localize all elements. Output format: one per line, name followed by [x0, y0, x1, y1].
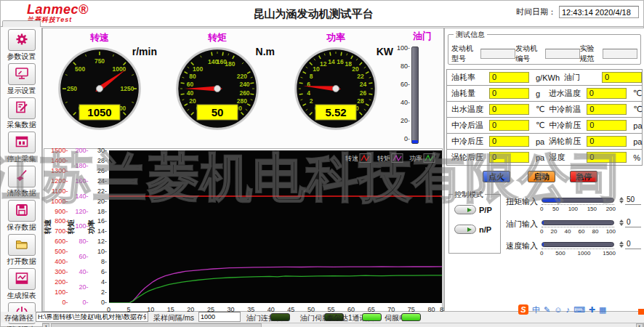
slider-tick: 500 [555, 250, 565, 257]
sidebar-button-report[interactable] [8, 268, 36, 290]
svg-text:80: 80 [189, 73, 196, 80]
test-info-field-2: 发动机编号 [515, 44, 579, 64]
table-row: 中冷后压0pa涡轮前压0pa [447, 134, 642, 150]
throttle-tick-label: 60 [388, 81, 410, 88]
svg-text:5.52: 5.52 [325, 106, 346, 118]
sogou-logo-icon[interactable]: S [518, 304, 528, 315]
throttle-title: 油门 [413, 30, 440, 43]
sidebar-item-4: 停止采集 [1, 132, 42, 164]
sidebar-button-monitor[interactable] [8, 63, 36, 85]
ignite-button[interactable]: 点火 [483, 171, 510, 182]
keyboard-icon[interactable]: ⌨ [573, 304, 585, 315]
start-button[interactable]: 启动 [528, 171, 555, 182]
slider-label: 速度输入 [503, 241, 538, 251]
gauge-title: 功率 [281, 31, 390, 44]
datetime-label: 时间日期： [516, 7, 556, 17]
estop-button[interactable]: 急停 [570, 171, 597, 182]
measurement-cell: 中冷前温0℃ [544, 104, 642, 115]
mic-icon[interactable]: ♪ [565, 304, 570, 315]
svg-text:4: 4 [307, 89, 310, 97]
spinner-down-icon[interactable] [619, 201, 624, 203]
measurement-cell: 涡轮后压0pa [447, 152, 544, 163]
measurement-value: 0 [489, 120, 529, 131]
mode-toggle-n-p[interactable]: n/P [454, 225, 500, 234]
gauge-panel: 转速r/min02505007501000125015001050转矩N.m02… [43, 28, 443, 148]
throttle-gauge: 油门 100806040200 [388, 28, 440, 148]
y-tick-label: 700 [51, 228, 68, 235]
test-info-title: 测试信息 [454, 30, 487, 40]
field-input[interactable] [545, 49, 580, 59]
y-tick-label: 10 [95, 249, 107, 255]
measurement-cell: 油门0% [560, 72, 644, 83]
slider-value[interactable]: 0 [625, 218, 641, 227]
sidebar-button-folder[interactable] [8, 234, 36, 256]
sidebar-button-save[interactable] [8, 200, 36, 222]
slider-track[interactable] [542, 198, 614, 203]
toggle-pill [454, 205, 476, 214]
sidebar: 参数设置显示设置采集数据停止采集清除数据保存数据打开数据生成报表测试退出 [1, 28, 42, 312]
axis-title-text: 功率 [86, 219, 97, 234]
slider-spinner: 0 [619, 218, 641, 227]
slider-fill [542, 198, 560, 202]
y-tick-label: 30 [95, 148, 107, 154]
svg-text:22: 22 [357, 73, 364, 80]
sidebar-button-edit-doc[interactable] [8, 97, 36, 119]
measurement-table: 油耗率0g/KWh油门0%油耗量0g进水温度0℃出水温度0℃中冷前温0℃中冷后温… [446, 69, 643, 166]
spinner-arrows [619, 219, 624, 226]
spinner-down-icon[interactable] [619, 245, 624, 248]
slider-tick-labels: 050100150200 [540, 206, 616, 212]
slider-value[interactable]: 50 [625, 195, 641, 205]
y-tick-label: 6 [95, 269, 107, 275]
sidebar-item-label: 显示设置 [1, 86, 42, 96]
chinese-mode-icon[interactable]: 中 [532, 304, 540, 315]
y-tick-label: 100 [51, 289, 68, 296]
spinner-up-icon[interactable] [619, 241, 624, 244]
svg-text:18: 18 [345, 60, 353, 68]
test-info-field-1: 发动机型号 [451, 44, 515, 64]
sidebar-button-broom[interactable] [8, 166, 36, 187]
y-tick-label: 180 [75, 163, 89, 169]
measurement-label: 中冷后温 [451, 120, 489, 131]
measurement-label: 油门 [564, 72, 602, 83]
gauge-speed: 转速r/min02505007501000125015001050 [45, 28, 154, 148]
spinner-up-icon[interactable] [619, 197, 624, 200]
y-tick-label: 160 [75, 178, 89, 185]
gear-icon [15, 32, 29, 49]
measurement-value: 0 [489, 88, 529, 99]
sidebar-item-8: 生成报表 [1, 268, 42, 301]
slider-track[interactable] [542, 220, 614, 225]
sidebar-item-1: 参数设置 [1, 29, 42, 62]
spinner-down-icon[interactable] [619, 223, 624, 226]
y-axis-ticks-3: 302826242220181614121086420 [95, 148, 107, 306]
scroll-left-arrow[interactable]: ◂ [42, 323, 49, 327]
path-input[interactable] [36, 312, 148, 322]
page-title: 昆山为涵发动机测试平台 [146, 7, 480, 21]
slider-tick: 100 [606, 228, 616, 235]
scroll-thumb[interactable] [51, 323, 262, 327]
field-input[interactable] [603, 49, 637, 59]
slider-value[interactable]: 0 [625, 240, 641, 249]
emoji-icon[interactable]: ☺ [554, 304, 562, 315]
tools-icon[interactable]: ✚ [589, 304, 595, 315]
interval-input[interactable] [198, 312, 241, 322]
mode-toggle-p-p[interactable]: P/P [454, 205, 500, 214]
sidebar-item-label: 生成报表 [1, 291, 42, 301]
slider-track[interactable] [542, 242, 614, 247]
y-tick-label: 24 [95, 178, 107, 185]
table-row: 油耗率0g/KWh油门0% [447, 70, 642, 86]
spinner-arrows [619, 197, 624, 203]
pen-icon[interactable]: ✎ [544, 304, 550, 315]
sidebar-button-calendar[interactable] [8, 132, 36, 153]
sidebar-button-gear[interactable] [8, 29, 36, 51]
grid-icon[interactable]: ▦ [599, 304, 606, 315]
spinner-up-icon[interactable] [619, 219, 624, 222]
scroll-right-arrow[interactable]: ▸ [636, 323, 643, 327]
mode-label: P/P [479, 206, 492, 214]
control-mode-groupbox: 控制模式 P/Pn/P [448, 194, 501, 254]
measurement-label: 中冷后压 [451, 136, 489, 147]
field-input[interactable] [480, 49, 515, 59]
y-tick-label: 200 [51, 279, 68, 286]
measurement-value: 0 [489, 152, 529, 163]
horizontal-scrollbar[interactable]: ◂ ▸ [42, 323, 643, 327]
y-axis-title-1: 转速 [44, 150, 51, 303]
